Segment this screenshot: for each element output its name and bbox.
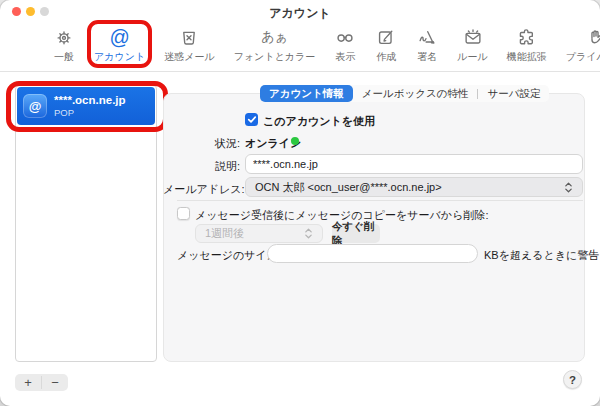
junk-bin-icon: [178, 24, 200, 49]
toolbar-item-label: 迷惑メール: [164, 50, 214, 64]
section-divider: [177, 200, 583, 201]
add-remove-control: + −: [15, 374, 68, 391]
mail-preferences-window: アカウント 一般 @ アカウント 迷惑メール あぁ フォントとカラー: [0, 0, 600, 406]
remove-account-button[interactable]: −: [42, 374, 68, 391]
compose-icon: [375, 24, 397, 49]
toolbar-item-general[interactable]: 一般: [50, 23, 78, 65]
toolbar-item-rules[interactable]: ルール: [454, 23, 490, 65]
account-at-icon: @: [23, 94, 47, 118]
toolbar-item-label: プライバシー: [566, 50, 600, 64]
status-label: 状況:: [163, 136, 240, 151]
account-protocol: POP: [54, 107, 126, 118]
signature-icon: [416, 24, 438, 49]
popup-chevrons-icon: [564, 181, 573, 194]
email-address-popup[interactable]: OCN 太郎 <ocn_user@****.ocn.ne.jp>: [245, 177, 583, 197]
toolbar-item-label: 表示: [335, 50, 355, 64]
toolbar-item-label: ルール: [457, 50, 487, 64]
window-title: アカウント: [0, 5, 600, 22]
hand-icon: [585, 24, 600, 49]
description-label: 説明:: [163, 159, 240, 174]
at-icon: @: [109, 24, 129, 49]
account-list[interactable]: [15, 85, 157, 362]
description-input[interactable]: [245, 154, 583, 174]
delete-now-button[interactable]: 今すぐ削除: [332, 224, 380, 243]
add-account-button[interactable]: +: [15, 374, 41, 391]
popup-chevrons-icon: [304, 227, 313, 240]
toolbar-item-viewing[interactable]: 表示: [331, 23, 359, 65]
toolbar-item-extensions[interactable]: 機能拡張: [504, 23, 550, 65]
toolbar-item-label: 署名: [417, 50, 437, 64]
toolbar-item-composing[interactable]: 作成: [372, 23, 400, 65]
toolbar-item-accounts[interactable]: @ アカウント: [91, 23, 148, 65]
fonts-aa-icon: あぁ: [261, 24, 288, 49]
gear-icon: [53, 24, 75, 49]
online-status-dot: [291, 137, 299, 145]
toolbar-item-junk[interactable]: 迷惑メール: [161, 23, 217, 65]
email-popup-value: OCN 太郎 <ocn_user@****.ocn.ne.jp>: [255, 180, 442, 195]
size-warning-input[interactable]: [267, 244, 478, 263]
tab-mailbox-behaviors[interactable]: メールボックスの特性: [353, 85, 478, 102]
delete-after-value: 1週間後: [205, 226, 244, 241]
toolbar-item-privacy[interactable]: プライバシー: [563, 23, 600, 65]
toolbar-item-label: フォントとカラー: [234, 50, 316, 64]
toolbar-item-fonts-colors[interactable]: あぁ フォントとカラー: [231, 23, 319, 65]
email-label: メールアドレス:: [163, 182, 240, 197]
size-warning-suffix: KBを超えるときに警告: [484, 248, 599, 263]
toolbar-item-label: アカウント: [94, 50, 145, 64]
account-list-item[interactable]: @ ****.ocn.ne.jp POP: [17, 87, 155, 125]
tab-account-info[interactable]: アカウント情報: [260, 85, 353, 102]
remove-copy-checkbox[interactable]: [177, 207, 190, 220]
toolbar-item-label: 機能拡張: [507, 50, 547, 64]
envelope-icon: [462, 24, 484, 49]
tab-bar: アカウント情報 メールボックスの特性 サーバ設定: [260, 85, 549, 102]
preferences-toolbar: 一般 @ アカウント 迷惑メール あぁ フォントとカラー 表示: [50, 23, 600, 65]
use-account-checkbox[interactable]: [245, 113, 258, 126]
glasses-icon: [334, 24, 356, 49]
toolbar-item-label: 作成: [376, 50, 396, 64]
toolbar-item-signatures[interactable]: 署名: [413, 23, 441, 65]
toolbar-item-label: 一般: [54, 50, 74, 64]
help-button[interactable]: ?: [563, 370, 582, 389]
account-name: ****.ocn.ne.jp: [54, 94, 126, 107]
use-account-label: このアカウントを使用: [263, 114, 375, 129]
puzzle-icon: [516, 24, 538, 49]
delete-after-popup: 1週間後: [195, 224, 323, 243]
tab-server-settings[interactable]: サーバ設定: [478, 85, 549, 102]
toolbar-divider: [0, 71, 600, 72]
